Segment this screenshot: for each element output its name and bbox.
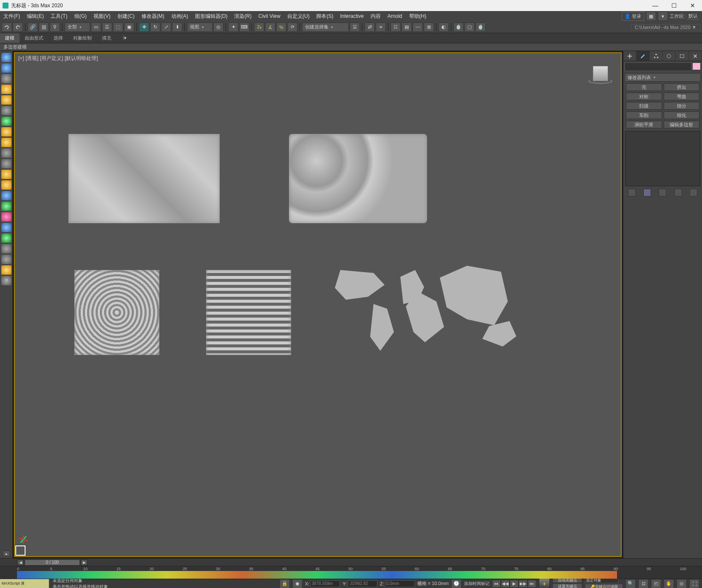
- material-editor-button[interactable]: ◐: [439, 23, 449, 32]
- lt-teapot-icon[interactable]: [1, 53, 11, 62]
- align-button[interactable]: ⫩: [376, 23, 386, 32]
- cmd-tab-motion[interactable]: [662, 51, 676, 61]
- mod-btn-editpoly[interactable]: 编辑多边形: [664, 121, 700, 128]
- edit-selection-sets[interactable]: ☱: [350, 23, 360, 32]
- select-manipulate-button[interactable]: ✦: [228, 23, 238, 32]
- menu-arnold[interactable]: Arnold: [384, 11, 406, 21]
- menu-edit[interactable]: 编辑(E): [23, 11, 47, 21]
- menu-animation[interactable]: 动画(A): [168, 11, 192, 21]
- redo-button[interactable]: [13, 23, 23, 32]
- menu-create[interactable]: 创建(C): [114, 11, 138, 21]
- viewport-label[interactable]: [+] [透视] [用户定义] [默认明暗处理]: [18, 55, 98, 62]
- select-move-button[interactable]: ✥: [139, 23, 149, 32]
- ribbon-tab-freeform[interactable]: 自由形式: [20, 33, 48, 43]
- select-rotate-button[interactable]: ↻: [150, 23, 160, 32]
- stack-remove-button[interactable]: [674, 189, 682, 196]
- menu-view[interactable]: 视图(V): [90, 11, 114, 21]
- ribbon-tab-paint[interactable]: 对象绘制: [68, 33, 97, 43]
- menu-tools[interactable]: 工具(T): [47, 11, 71, 21]
- unlink-button[interactable]: ⛓: [39, 23, 49, 32]
- viewport-object-worldmap[interactable]: [329, 261, 521, 372]
- time-next-button[interactable]: ▶: [81, 560, 88, 565]
- lock-selection-icon[interactable]: 🔒: [280, 579, 290, 588]
- cmd-tab-create[interactable]: [623, 51, 637, 61]
- cmd-tab-hierarchy[interactable]: [650, 51, 663, 61]
- mod-btn-extrude[interactable]: 挤出: [664, 83, 700, 91]
- lt-help-icon[interactable]: ?: [1, 276, 11, 285]
- left-toolbar-expand[interactable]: ▸: [3, 551, 10, 557]
- select-name-button[interactable]: ☰: [102, 23, 112, 32]
- set-key-button[interactable]: 设置关键点: [552, 583, 582, 588]
- viewport-object-wavy[interactable]: [289, 134, 427, 223]
- keyboard-shortcut-button[interactable]: ⌨: [239, 23, 249, 32]
- menu-help[interactable]: 帮助(H): [406, 11, 430, 21]
- lt-sphere-icon[interactable]: [1, 63, 11, 73]
- minimize-button[interactable]: —: [646, 0, 665, 11]
- lt-sun-icon[interactable]: [1, 95, 11, 105]
- goto-end-button[interactable]: ⏭: [528, 580, 536, 588]
- snap-percent-button[interactable]: %: [276, 23, 286, 32]
- lt-star-icon[interactable]: [1, 170, 11, 179]
- time-prev-button[interactable]: ◀: [17, 560, 24, 565]
- spinner-snap-button[interactable]: ⟳: [287, 23, 297, 32]
- select-region-rect[interactable]: ⬚: [113, 23, 123, 32]
- lt-pink-icon[interactable]: [1, 212, 11, 222]
- play-button[interactable]: ▶: [510, 580, 518, 588]
- nav-orbit-icon[interactable]: ◎: [677, 579, 687, 588]
- menu-interactive[interactable]: Interactive: [337, 11, 367, 21]
- lt-blue2-icon[interactable]: [1, 223, 11, 232]
- viewport-object-rings[interactable]: [74, 270, 159, 355]
- viewport-object-lines[interactable]: [206, 270, 291, 355]
- goto-start-button[interactable]: ⏮: [492, 580, 501, 588]
- maximize-button[interactable]: ☐: [665, 0, 683, 11]
- ribbon-tab-populate[interactable]: 填充: [97, 33, 116, 43]
- viewport-object-ornament[interactable]: [68, 134, 220, 223]
- key-filters-button[interactable]: 🔑关键点过滤器: [585, 584, 623, 588]
- ref-coord-dropdown[interactable]: 视图: [187, 23, 212, 32]
- coord-y-input[interactable]: [348, 580, 377, 587]
- toggle-ribbon-button[interactable]: ▤: [402, 23, 412, 32]
- menu-group[interactable]: 组(G): [71, 11, 90, 21]
- add-time-marker[interactable]: 添加时间标记: [464, 581, 490, 587]
- object-color-swatch[interactable]: [692, 62, 701, 70]
- selection-filter-dropdown[interactable]: 全部: [65, 23, 90, 32]
- ribbon-panel-label[interactable]: 多边形建模: [0, 43, 702, 51]
- curve-editor-button[interactable]: 〰: [413, 23, 423, 32]
- undo-button[interactable]: [2, 23, 12, 32]
- menu-extra-2[interactable]: ▾: [658, 11, 668, 21]
- lt-cyan-icon[interactable]: [1, 191, 11, 200]
- lt-gold-sphere-icon[interactable]: [1, 138, 11, 147]
- time-handle[interactable]: 0 / 100: [25, 560, 80, 565]
- lt-green-icon[interactable]: [1, 202, 11, 211]
- menu-content[interactable]: 内容: [367, 11, 384, 21]
- snap-2d-button[interactable]: 2₃: [254, 23, 264, 32]
- maxscript-listener[interactable]: MAXScript 迷: [0, 579, 49, 588]
- login-button[interactable]: 👤 登录: [622, 12, 644, 21]
- coord-x-input[interactable]: [310, 580, 340, 587]
- lt-light-icon[interactable]: [1, 85, 11, 94]
- lt-torus-icon[interactable]: [1, 148, 11, 158]
- mod-btn-turbosmooth[interactable]: 涡轮平滑: [626, 121, 662, 128]
- menu-civil-view[interactable]: Civil View: [255, 11, 284, 21]
- next-frame-button[interactable]: ▶▶: [519, 580, 527, 588]
- menu-file[interactable]: 文件(F): [0, 11, 23, 21]
- mod-btn-shell[interactable]: 壳: [626, 83, 662, 91]
- lt-orange-icon[interactable]: [1, 265, 11, 275]
- isolate-selection-icon[interactable]: ◉: [292, 579, 303, 588]
- cmd-tab-display[interactable]: [676, 51, 689, 61]
- mirror-button[interactable]: ⇄: [365, 23, 375, 32]
- menu-modifier[interactable]: 修改器(M): [138, 11, 168, 21]
- render-setup-button[interactable]: 🍵: [453, 23, 464, 32]
- lt-gray-icon[interactable]: [1, 244, 11, 253]
- rendered-frame-button[interactable]: ▢: [464, 23, 475, 32]
- mod-btn-sweep[interactable]: 扫描: [626, 102, 662, 110]
- object-name-input[interactable]: [625, 62, 691, 71]
- stack-show-end-button[interactable]: [643, 189, 651, 196]
- mod-btn-symmetry[interactable]: 对称: [626, 93, 662, 100]
- lt-helper-icon[interactable]: [1, 116, 11, 126]
- cmd-tab-modify[interactable]: [637, 51, 650, 61]
- project-path-display[interactable]: C:\Users\Ad···ds Max 2020 ▼: [631, 24, 700, 30]
- mod-btn-bend[interactable]: 弯曲: [664, 93, 700, 100]
- named-selection-set[interactable]: 创建选择集: [302, 23, 349, 32]
- modifier-list-dropdown[interactable]: 修改器列表: [625, 73, 701, 82]
